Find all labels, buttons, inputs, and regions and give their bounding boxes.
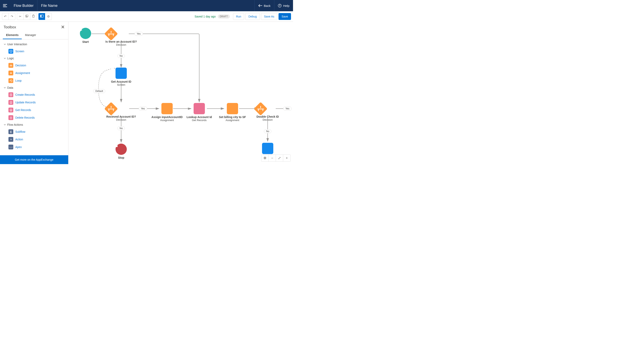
close-toolbox-button[interactable]: ✕ bbox=[61, 24, 64, 30]
chevron-down-icon bbox=[4, 123, 6, 126]
zoom-controls: ✥ − ⤢ + bbox=[261, 154, 290, 162]
palette-item-update-records[interactable]: Update Records bbox=[0, 98, 68, 106]
copy-icon bbox=[25, 15, 28, 18]
update-icon bbox=[8, 100, 13, 105]
zoom-in-button[interactable]: + bbox=[283, 155, 290, 161]
run-button[interactable]: Run bbox=[233, 13, 244, 20]
node-stop[interactable]: Stop bbox=[114, 144, 128, 159]
cut-button[interactable]: ✂ bbox=[17, 13, 24, 20]
play-icon bbox=[78, 28, 83, 32]
subflow-icon bbox=[8, 129, 13, 134]
node-start[interactable]: Start bbox=[78, 28, 92, 43]
edge-label-yes-2: Yes bbox=[139, 107, 147, 111]
apex-icon: _ bbox=[8, 145, 13, 149]
palette-item-delete-records[interactable]: Delete Records bbox=[0, 114, 68, 121]
screen-icon bbox=[262, 143, 273, 154]
file-name: File Name bbox=[38, 3, 61, 8]
toolbox-panel: Toolbox ✕ Elements Manager User Interact… bbox=[0, 22, 68, 164]
node-screen-get-account[interactable]: Get Account ID Screen bbox=[109, 67, 134, 86]
edge-label-no-1: No bbox=[117, 54, 125, 58]
assignment-icon bbox=[162, 103, 173, 114]
appexchange-link[interactable]: Get more on the AppExchange bbox=[0, 155, 68, 164]
minus-icon: − bbox=[271, 156, 273, 160]
edge-label-no-3: No bbox=[264, 129, 271, 133]
edge-label-no-2: No bbox=[117, 126, 125, 130]
lookup-icon bbox=[194, 103, 205, 114]
decision-icon bbox=[262, 102, 274, 114]
saved-status: Saved 1 day ago bbox=[194, 15, 216, 18]
redo-button[interactable]: ↷ bbox=[9, 13, 15, 20]
toolbox-list: User InteractionScreenLogicDecisionAssig… bbox=[0, 39, 68, 155]
node-assign-billing[interactable]: Set billing city to SF Assignment bbox=[216, 103, 248, 122]
gear-icon: ⚙ bbox=[47, 15, 50, 18]
get-icon bbox=[8, 108, 13, 112]
palette-item-screen[interactable]: Screen bbox=[0, 47, 68, 55]
assign-icon bbox=[8, 71, 13, 75]
scissors-icon: ✂ bbox=[19, 15, 22, 18]
panel-toggle-button[interactable] bbox=[38, 13, 45, 20]
palette-item-decision[interactable]: Decision bbox=[0, 61, 68, 69]
loop-icon bbox=[8, 78, 13, 83]
help-icon: ? bbox=[278, 4, 282, 7]
node-decision-double-check[interactable]: Double Check ID Decision bbox=[254, 102, 282, 121]
svg-rect-7 bbox=[40, 15, 42, 17]
delete-icon bbox=[8, 115, 13, 120]
palette-item-create-records[interactable]: Create Records bbox=[0, 91, 68, 98]
chevron-down-icon bbox=[4, 86, 6, 89]
flow-canvas[interactable]: Yes No Default Yes No Yes No Start Is th… bbox=[68, 22, 293, 164]
decision-icon bbox=[115, 27, 127, 39]
palette-item-assignment[interactable]: Assignment bbox=[0, 69, 68, 77]
chevron-down-icon bbox=[4, 43, 6, 45]
zoom-out-button[interactable]: − bbox=[269, 155, 276, 161]
screen-icon bbox=[8, 49, 13, 54]
toolbox-title: Toolbox bbox=[4, 25, 16, 29]
undo-button[interactable]: ↶ bbox=[2, 13, 9, 20]
tab-manager[interactable]: Manager bbox=[22, 31, 39, 39]
saveas-button[interactable]: Save As bbox=[261, 13, 277, 20]
panel-icon bbox=[40, 15, 44, 18]
palette-item-action[interactable]: Action bbox=[0, 136, 68, 143]
palette-item-apex[interactable]: _Apex bbox=[0, 143, 68, 151]
settings-button[interactable]: ⚙ bbox=[45, 13, 52, 20]
undo-icon: ↶ bbox=[4, 15, 7, 18]
redo-icon: ↷ bbox=[11, 15, 13, 18]
back-button[interactable]: Back bbox=[254, 0, 274, 11]
chevron-down-icon bbox=[4, 57, 6, 59]
pan-button[interactable]: ✥ bbox=[262, 155, 269, 161]
assignment-icon bbox=[227, 103, 238, 114]
screen-icon bbox=[116, 67, 127, 79]
category-data[interactable]: Data bbox=[0, 84, 68, 91]
create-icon bbox=[8, 92, 13, 97]
node-decision-account-id[interactable]: Is there an Account ID? Decision bbox=[104, 27, 138, 46]
decision-icon bbox=[115, 102, 127, 114]
clipboard-icon bbox=[32, 15, 35, 18]
paste-button[interactable] bbox=[30, 13, 37, 20]
node-assign-input[interactable]: Assign inputAccountID Assignment bbox=[149, 103, 185, 122]
node-decision-received[interactable]: Recieved Account ID? Decision bbox=[104, 102, 138, 121]
svg-rect-48 bbox=[115, 144, 118, 147]
save-button[interactable]: Save bbox=[278, 13, 291, 20]
palette-item-get-records[interactable]: Get Records bbox=[0, 106, 68, 114]
svg-rect-5 bbox=[33, 15, 34, 15]
decision-icon bbox=[8, 63, 13, 68]
category-logic[interactable]: Logic bbox=[0, 55, 68, 61]
node-lookup-account[interactable]: Lookup Account Id Get Records bbox=[184, 103, 214, 122]
palette-item-subflow[interactable]: Subflow bbox=[0, 128, 68, 136]
help-button[interactable]: ? Help bbox=[274, 0, 293, 11]
category-flow-actions[interactable]: Flow Actions bbox=[0, 121, 68, 128]
tab-elements[interactable]: Elements bbox=[3, 31, 22, 39]
svg-rect-4 bbox=[32, 15, 34, 17]
app-title: Flow Builder bbox=[10, 0, 38, 11]
arrow-left-icon bbox=[258, 4, 262, 7]
zoom-fit-button[interactable]: ⤢ bbox=[276, 155, 283, 161]
debug-button[interactable]: Debug bbox=[245, 13, 260, 20]
svg-rect-8 bbox=[10, 50, 12, 52]
copy-button[interactable] bbox=[24, 13, 30, 20]
app-header: Flow Builder File Name Back ? Help bbox=[0, 0, 293, 11]
category-user-interaction[interactable]: User Interaction bbox=[0, 41, 68, 47]
fit-icon: ⤢ bbox=[278, 156, 281, 160]
edge-label-default: Default bbox=[93, 89, 105, 93]
app-logo-icon bbox=[0, 0, 10, 11]
toolbar: ↶ ↷ ✂ ⚙ Saved 1 day ago DRAFT Run Debug … bbox=[0, 11, 293, 22]
palette-item-loop[interactable]: Loop bbox=[0, 77, 68, 84]
